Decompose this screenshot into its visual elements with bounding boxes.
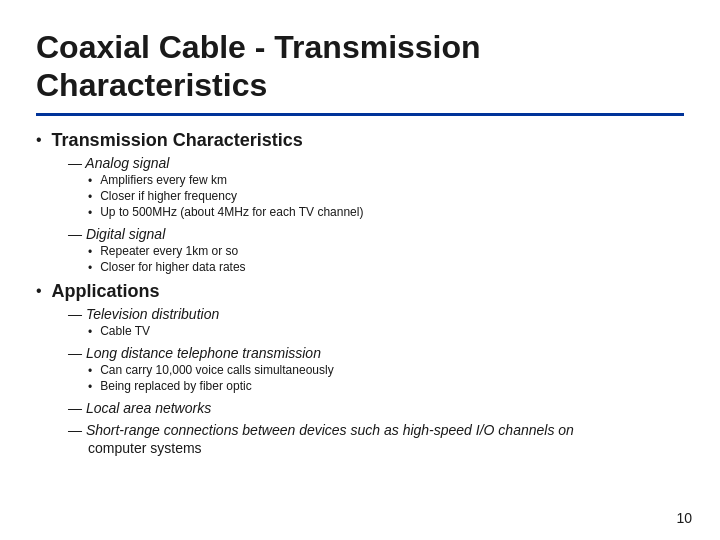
long-block: — Long distance telephone transmission •… [68, 345, 684, 394]
tv-block: — Television distribution • Cable TV [68, 306, 684, 339]
long-item1-text: Can carry 10,000 voice calls simultaneou… [100, 363, 333, 377]
long-item-2: • Being replaced by fiber optic [88, 379, 684, 394]
long-item1-dot: • [88, 364, 92, 378]
analog-section: — Analog signal • Amplifiers every few k… [68, 155, 684, 275]
analog-item3-text: Up to 500MHz (about 4MHz for each TV cha… [100, 205, 363, 219]
long-dash: — Long distance telephone transmission [68, 345, 684, 361]
tv-item1-text: Cable TV [100, 324, 150, 338]
analog-item3-dot: • [88, 206, 92, 220]
bullet2: • Applications [36, 281, 684, 302]
bullet1-dot: • [36, 131, 42, 149]
applications-section: — Television distribution • Cable TV — L… [68, 306, 684, 456]
analog-item-3: • Up to 500MHz (about 4MHz for each TV c… [88, 205, 684, 220]
long-item2-dot: • [88, 380, 92, 394]
long-item2-text: Being replaced by fiber optic [100, 379, 251, 393]
page-number: 10 [676, 510, 692, 526]
title-line2: Characteristics [36, 66, 684, 104]
title-divider [36, 113, 684, 116]
tv-dash: — Television distribution [68, 306, 684, 322]
content: • Transmission Characteristics — Analog … [36, 130, 684, 456]
short-dash2: computer systems [88, 440, 684, 456]
analog-dash: — Analog signal [68, 155, 684, 171]
digital-block: — Digital signal • Repeater every 1km or… [68, 226, 684, 275]
title-block: Coaxial Cable - Transmission Characteris… [36, 28, 684, 116]
analog-block: — Analog signal • Amplifiers every few k… [68, 155, 684, 220]
analog-item2-text: Closer if higher frequency [100, 189, 237, 203]
local-block: — Local area networks [68, 400, 684, 416]
bullet2-label: Applications [52, 281, 160, 302]
short-block: — Short-range connections between device… [68, 422, 684, 456]
bullet2-dot: • [36, 282, 42, 300]
digital-dash: — Digital signal [68, 226, 684, 242]
digital-item2-text: Closer for higher data rates [100, 260, 245, 274]
long-item-1: • Can carry 10,000 voice calls simultane… [88, 363, 684, 378]
digital-item1-text: Repeater every 1km or so [100, 244, 238, 258]
analog-item2-dot: • [88, 190, 92, 204]
slide: Coaxial Cable - Transmission Characteris… [0, 0, 720, 540]
analog-item-1: • Amplifiers every few km [88, 173, 684, 188]
analog-item1-text: Amplifiers every few km [100, 173, 227, 187]
bullet1-label: Transmission Characteristics [52, 130, 303, 151]
analog-item1-dot: • [88, 174, 92, 188]
tv-item1-dot: • [88, 325, 92, 339]
bullet1: • Transmission Characteristics [36, 130, 684, 151]
analog-item-2: • Closer if higher frequency [88, 189, 684, 204]
short-dash: — Short-range connections between device… [68, 422, 684, 438]
local-dash: — Local area networks [68, 400, 684, 416]
digital-item1-dot: • [88, 245, 92, 259]
digital-item-1: • Repeater every 1km or so [88, 244, 684, 259]
title-line1: Coaxial Cable - Transmission [36, 28, 684, 66]
tv-item-1: • Cable TV [88, 324, 684, 339]
digital-item-2: • Closer for higher data rates [88, 260, 684, 275]
digital-item2-dot: • [88, 261, 92, 275]
